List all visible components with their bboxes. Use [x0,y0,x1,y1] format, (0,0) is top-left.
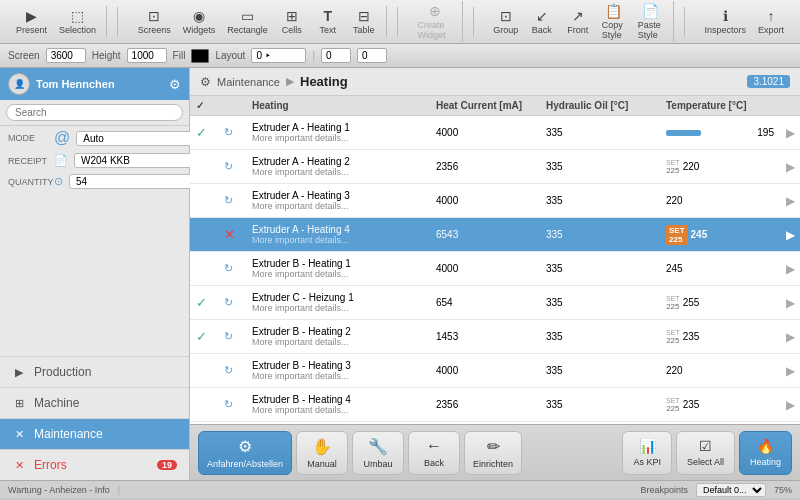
cell-current: 4000 [430,363,540,378]
manual-icon: ✋ [312,437,332,456]
toolbar-btn-table[interactable]: ⊟ Table [348,6,380,37]
toolbar-btn-paste-style[interactable]: 📄 Paste Style [634,1,667,42]
temp-actual: 195 [757,127,774,138]
zoom-level: 75% [774,485,792,495]
cell-arrow[interactable]: ▶ [780,158,800,176]
toolbar-label-copy-style: Copy Style [602,20,626,40]
toolbar-btn-text[interactable]: T Text [312,6,344,37]
table-row[interactable]: ↻ Extruder A - Heating 2 More important … [190,150,800,184]
anfahren-label: Anfahren/Abstellen [207,459,283,469]
table-row[interactable]: ✕ Extruder A - Heating 4 More important … [190,218,800,252]
table-row[interactable]: ↻ Extruder B - Heating 3 More important … [190,354,800,388]
btn-umbau[interactable]: 🔧 Umbau [352,431,404,475]
statusbar-sep: | [118,485,120,495]
btn-as-kpi[interactable]: 📊 As KPI [622,431,672,475]
btn-anfahren[interactable]: ⚙ Anfahren/Abstellen [198,431,292,475]
cell-oil: 335 [540,329,660,344]
toolbar-btn-cells[interactable]: ⊞ Cells [276,6,308,37]
cell-arrow[interactable]: ▶ [780,124,800,142]
height-input[interactable] [127,48,167,63]
cell-oil: 335 [540,227,660,242]
cells-icon: ⊞ [286,8,298,24]
cell-check [190,165,218,169]
table-row[interactable]: ↻ Extruder B - Heating 4 More important … [190,388,800,422]
toolbar-btn-group[interactable]: ⊡ Group [490,6,522,37]
temp-actual: 235 [683,399,700,410]
coord-x-input[interactable] [321,48,351,63]
toolbar-btn-front[interactable]: ↗ Front [562,6,594,37]
toolbar-sep-3 [473,7,474,37]
cell-name: Extruder B - Heating 2 More important de… [246,324,430,349]
toolbar-btn-export[interactable]: ↑ Export [754,6,788,37]
toolbar-btn-copy-style[interactable]: 📋 Copy Style [598,1,630,42]
temp-set-label: SET [666,159,680,166]
table-row[interactable]: ↻ Extruder A - Heating 3 More important … [190,184,800,218]
toolbar-btn-selection[interactable]: ⬚ Selection [55,6,100,37]
sidebar-receipt-row: RECEIPT 📄 [0,150,189,171]
table-row[interactable]: ✓↻ Extruder B - Heating 2 More important… [190,320,800,354]
sidebar-item-production[interactable]: ▶ Production [0,356,189,387]
btn-heating-bottom[interactable]: 🔥 Heating [739,431,792,475]
receipt-label: RECEIPT [8,156,48,166]
toolbar-btn-inspectors[interactable]: ℹ Inspectors [700,6,750,37]
anfahren-icon: ⚙ [238,437,252,456]
cell-oil: 335 [540,125,660,140]
search-input[interactable] [6,104,183,121]
cell-arrow[interactable]: ▶ [780,396,800,414]
cell-arrow[interactable]: ▶ [780,328,800,346]
cell-status: ↻ [218,192,246,209]
table-row[interactable]: ✓↻ Extruder C - Heizung 1 More important… [190,286,800,320]
breakpoints-select[interactable]: Default 0... [696,483,766,497]
toolbar-btn-rectangle[interactable]: ▭ Rectangle [223,6,272,37]
error-icon: ✕ [224,227,235,242]
statusbar: Wartung - Anheizen - Info | Breakpoints … [0,480,800,498]
heating-icon: 🔥 [757,438,774,454]
fill-swatch[interactable] [191,49,209,63]
cell-arrow[interactable]: ▶ [780,260,800,278]
temp-container: 195 [666,127,774,138]
cell-oil: 335 [540,363,660,378]
sidebar-item-machine[interactable]: ⊞ Machine [0,387,189,418]
select-all-label: Select All [687,457,724,467]
row-sub: More important details... [252,405,351,415]
row-sub: More important details... [252,235,350,245]
th-oil: Hydraulic Oil [°C] [540,100,660,111]
errors-badge: 19 [157,460,177,470]
row-sub: More important details... [252,201,350,211]
sidebar-label-machine: Machine [34,396,79,410]
temp-actual: 235 [683,331,700,342]
einrichten-icon: ✏ [487,437,500,456]
cell-current: 4000 [430,193,540,208]
toolbar-label-selection: Selection [59,25,96,35]
table-row[interactable]: ✓↻ Extruder A - Heating 1 More important… [190,116,800,150]
cell-check [190,199,218,203]
btn-back-bottom[interactable]: ← Back [408,431,460,475]
receipt-icon: 📄 [54,154,68,167]
btn-select-all[interactable]: ☑ Select All [676,431,735,475]
btn-manual[interactable]: ✋ Manual [296,431,348,475]
sidebar-settings-btn[interactable]: ⚙ [169,77,181,92]
name-stack: Extruder B - Heating 3 More important de… [252,360,351,381]
sidebar-item-maintenance[interactable]: ✕ Maintenance [0,418,189,449]
toolbar-btn-screens[interactable]: ⊡ Screens [134,6,175,37]
coord-y-input[interactable] [357,48,387,63]
data-table[interactable]: ✓ Heating Heat Current [mA] Hydraulic Oi… [190,96,800,424]
spinner-icon: ↻ [224,330,233,343]
cell-arrow[interactable]: ▶ [780,294,800,312]
mode-icon: @ [54,129,70,147]
cell-arrow[interactable]: ▶ [780,192,800,210]
toolbar-btn-create-widget[interactable]: ⊕ Create Widget [413,1,456,42]
toolbar-btn-widgets[interactable]: ◉ Widgets [179,6,220,37]
sidebar-item-errors[interactable]: ✕ Errors 19 [0,449,189,480]
quantity-input[interactable] [69,174,210,189]
cell-arrow[interactable]: ▶ [780,362,800,380]
toolbar-btn-present[interactable]: ▶ Present [12,6,51,37]
cell-arrow[interactable]: ▶ [780,226,800,244]
toolbar-btn-back[interactable]: ↙ Back [526,6,558,37]
temp-container: SET 225 235 [666,397,774,413]
layout-input[interactable] [251,48,306,63]
maintenance-icon: ✕ [12,428,26,441]
screen-input[interactable] [46,48,86,63]
btn-einrichten[interactable]: ✏ Einrichten [464,431,522,475]
table-row[interactable]: ↻ Extruder B - Heating 1 More important … [190,252,800,286]
